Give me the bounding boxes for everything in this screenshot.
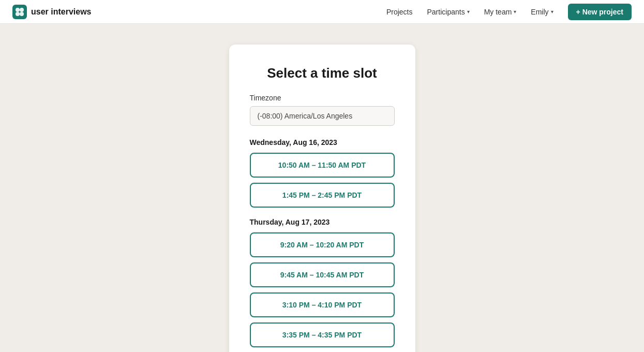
- nav-projects[interactable]: Projects: [380, 5, 419, 19]
- svg-point-1: [16, 8, 20, 12]
- svg-point-3: [16, 12, 20, 16]
- card-title: Select a time slot: [250, 65, 395, 81]
- nav-my-team[interactable]: My team ▾: [478, 5, 523, 19]
- svg-point-2: [20, 8, 24, 12]
- nav-participants[interactable]: Participants ▾: [421, 5, 476, 19]
- timezone-field: Timezone (-08:00) America/Los Angeles: [250, 94, 395, 138]
- date-heading-1: Thursday, Aug 17, 2023: [250, 218, 395, 226]
- svg-rect-0: [12, 5, 27, 19]
- new-project-button[interactable]: + New project: [568, 4, 632, 20]
- nav-logo[interactable]: user interviews: [12, 5, 92, 19]
- time-slot-button[interactable]: 3:10 PM – 4:10 PM PDT: [250, 292, 395, 317]
- date-heading-0: Wednesday, Aug 16, 2023: [250, 138, 395, 146]
- day-group-1: Thursday, Aug 17, 2023 9:20 AM – 10:20 A…: [250, 218, 395, 352]
- timezone-label: Timezone: [250, 94, 395, 102]
- logo-icon: [12, 5, 27, 19]
- time-slot-button[interactable]: 9:45 AM – 10:45 AM PDT: [250, 262, 395, 287]
- time-slot-button[interactable]: 3:35 PM – 4:35 PM PDT: [250, 322, 395, 347]
- time-slot-button[interactable]: 1:45 PM – 2:45 PM PDT: [250, 183, 395, 208]
- timezone-select[interactable]: (-08:00) America/Los Angeles: [250, 106, 395, 126]
- nav-emily[interactable]: Emily ▾: [525, 5, 559, 19]
- time-slot-button[interactable]: 9:20 AM – 10:20 AM PDT: [250, 232, 395, 257]
- day-group-0: Wednesday, Aug 16, 2023 10:50 AM – 11:50…: [250, 138, 395, 208]
- participants-chevron-icon: ▾: [467, 9, 470, 14]
- brand-name: user interviews: [31, 7, 92, 17]
- emily-chevron-icon: ▾: [551, 9, 553, 14]
- time-slot-button[interactable]: 10:50 AM – 11:50 AM PDT: [250, 153, 395, 178]
- my-team-chevron-icon: ▾: [514, 9, 516, 14]
- nav-links: Projects Participants ▾ My team ▾ Emily …: [380, 4, 632, 20]
- navbar: user interviews Projects Participants ▾ …: [0, 0, 644, 24]
- svg-point-4: [20, 12, 24, 16]
- main-content: Select a time slot Timezone (-08:00) Ame…: [0, 24, 644, 352]
- time-slot-card: Select a time slot Timezone (-08:00) Ame…: [229, 45, 415, 352]
